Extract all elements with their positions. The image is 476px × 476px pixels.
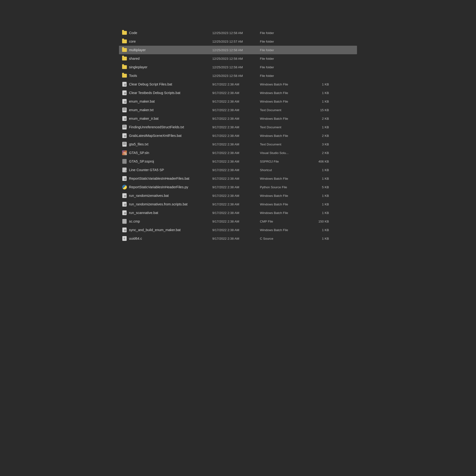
file-name-label: sc.cmp	[129, 220, 140, 223]
file-name-label: run_scannative.bat	[129, 211, 158, 215]
file-type: File folder	[260, 40, 312, 43]
file-row[interactable]: run_scannative.bat 9/17/2022 2:38 AM Win…	[119, 208, 357, 217]
file-row[interactable]: Clear Debug Script Files.bat 9/17/2022 2…	[119, 80, 357, 88]
file-name: Clear Debug Script Files.bat	[122, 82, 212, 87]
file-row[interactable]: GrabLatestMapSceneXmlFiles.bat 9/17/2022…	[119, 131, 357, 140]
bat-icon	[122, 82, 127, 87]
file-row[interactable]: enum_maker.bat 9/17/2022 2:38 AM Windows…	[119, 97, 357, 106]
file-row[interactable]: VS GTA5_SP.sln 9/17/2022 2:38 AM Visual …	[119, 149, 357, 157]
file-name-label: run_randomizenatives.from.scripts.bat	[129, 202, 187, 206]
file-name-label: GrabLatestMapSceneXmlFiles.bat	[129, 134, 182, 137]
file-name: run_randomizenatives.from.scripts.bat	[122, 202, 212, 207]
file-row[interactable]: Line Counter GTA5 SP 9/17/2022 2:38 AM S…	[119, 166, 357, 174]
file-date: 12/25/2023 12:58 AM	[212, 48, 260, 52]
file-type: CMP File	[260, 220, 312, 223]
file-date: 9/17/2022 2:38 AM	[212, 168, 260, 172]
bat-icon	[122, 90, 127, 95]
file-date: 12/25/2023 12:57 AM	[212, 40, 260, 43]
file-date: 9/17/2022 2:38 AM	[212, 237, 260, 240]
file-icon-container	[122, 73, 127, 78]
file-row[interactable]: ReportStaticVariablesInHeaderFiles.bat 9…	[119, 174, 357, 183]
file-name: GTA5_SP.ssproj	[122, 159, 212, 164]
file-icon-container	[122, 219, 127, 224]
file-icon-container	[122, 159, 127, 164]
txt-icon	[122, 108, 127, 112]
file-size: 1 KB	[312, 237, 331, 240]
file-name: GrabLatestMapSceneXmlFiles.bat	[122, 133, 212, 138]
file-size: 2 KB	[312, 117, 331, 120]
bat-icon	[122, 193, 127, 198]
file-name: singleplayer	[122, 65, 212, 70]
file-date: 12/25/2023 12:58 AM	[212, 31, 260, 35]
file-row[interactable]: core 12/25/2023 12:57 AM File folder	[119, 37, 357, 46]
file-name-label: uuid64.c	[129, 237, 142, 240]
file-row[interactable]: Code 12/25/2023 12:58 AM File folder	[119, 29, 357, 37]
file-icon-container	[122, 116, 127, 121]
file-row[interactable]: FindingUnreferencedStructFields.txt 9/17…	[119, 123, 357, 131]
file-name: C uuid64.c	[122, 236, 212, 241]
file-name: core	[122, 39, 212, 44]
file-row[interactable]: gta5_files.txt 9/17/2022 2:38 AM Text Do…	[119, 140, 357, 149]
file-type: Windows Batch File	[260, 203, 312, 206]
file-size: 5 KB	[312, 186, 331, 189]
file-size: 1 KB	[312, 177, 331, 180]
file-icon-container: VS	[122, 150, 127, 155]
file-type: Windows Batch File	[260, 83, 312, 86]
file-type: Shortcut	[260, 168, 312, 172]
bat-icon	[122, 99, 127, 104]
file-date: 9/17/2022 2:38 AM	[212, 220, 260, 223]
file-type: File folder	[260, 48, 312, 52]
file-explorer: Code 12/25/2023 12:58 AM File folder cor…	[119, 29, 357, 243]
file-row[interactable]: enum_maker_ir.bat 9/17/2022 2:38 AM Wind…	[119, 114, 357, 123]
file-row[interactable]: multiplayer 12/25/2023 12:58 AM File fol…	[119, 46, 357, 54]
file-row[interactable]: enum_maker.txt 9/17/2022 2:38 AM Text Do…	[119, 106, 357, 114]
file-type: File folder	[260, 74, 312, 78]
file-size: 150 KB	[312, 220, 331, 223]
file-type: File folder	[260, 66, 312, 69]
file-row[interactable]: sync_and_build_enum_maker.bat 9/17/2022 …	[119, 226, 357, 234]
file-name: Tools	[122, 73, 212, 78]
file-type: File folder	[260, 31, 312, 35]
file-name: enum_maker.txt	[122, 107, 212, 113]
file-name-label: Tools	[129, 74, 137, 78]
file-row[interactable]: Clear Testbeds Debug Scripts.bat 9/17/20…	[119, 88, 357, 97]
file-name: shared	[122, 56, 212, 61]
file-date: 9/17/2022 2:38 AM	[212, 228, 260, 232]
file-size: 1 KB	[312, 100, 331, 103]
file-name-label: enum_maker_ir.bat	[129, 117, 158, 120]
file-icon-container	[122, 227, 127, 233]
file-row[interactable]: run_randomizenatives.bat 9/17/2022 2:38 …	[119, 191, 357, 200]
file-row[interactable]: ReportStaticVariablesInHeaderFiles.py 9/…	[119, 183, 357, 191]
file-name: ReportStaticVariablesInHeaderFiles.py	[122, 185, 212, 190]
bat-icon	[122, 133, 127, 138]
file-size: 1 KB	[312, 211, 331, 215]
bat-icon	[122, 116, 127, 121]
file-name: multiplayer	[122, 47, 212, 52]
file-type: File folder	[260, 57, 312, 60]
file-row[interactable]: C uuid64.c 9/17/2022 2:38 AM C Source 1 …	[119, 234, 357, 243]
file-icon-container	[122, 82, 127, 87]
file-type: Windows Batch File	[260, 194, 312, 198]
folder-icon	[122, 65, 127, 69]
file-size: 1 KB	[312, 91, 331, 95]
file-type: Windows Batch File	[260, 177, 312, 180]
file-row[interactable]: run_randomizenatives.from.scripts.bat 9/…	[119, 200, 357, 208]
file-name: enum_maker.bat	[122, 99, 212, 104]
file-row[interactable]: singleplayer 12/25/2023 12:58 AM File fo…	[119, 63, 357, 71]
file-row[interactable]: Tools 12/25/2023 12:58 AM File folder	[119, 71, 357, 80]
file-date: 9/17/2022 2:38 AM	[212, 203, 260, 206]
cmp-icon	[122, 219, 127, 224]
file-name-label: Clear Debug Script Files.bat	[129, 82, 172, 86]
shortcut-icon	[122, 168, 127, 172]
file-row[interactable]: sc.cmp 9/17/2022 2:38 AM CMP File 150 KB	[119, 217, 357, 226]
file-icon-container	[122, 133, 127, 138]
file-date: 9/17/2022 2:38 AM	[212, 211, 260, 215]
folder-icon	[122, 31, 127, 35]
file-name: FindingUnreferencedStructFields.txt	[122, 124, 212, 130]
txt-icon	[122, 142, 127, 147]
file-row[interactable]: GTA5_SP.ssproj 9/17/2022 2:38 AM SSPROJ …	[119, 157, 357, 166]
file-icon-container: C	[122, 236, 127, 241]
file-row[interactable]: shared 12/25/2023 12:58 AM File folder	[119, 54, 357, 63]
file-name-label: Clear Testbeds Debug Scripts.bat	[129, 91, 180, 95]
file-name-label: GTA5_SP.sln	[129, 151, 149, 155]
